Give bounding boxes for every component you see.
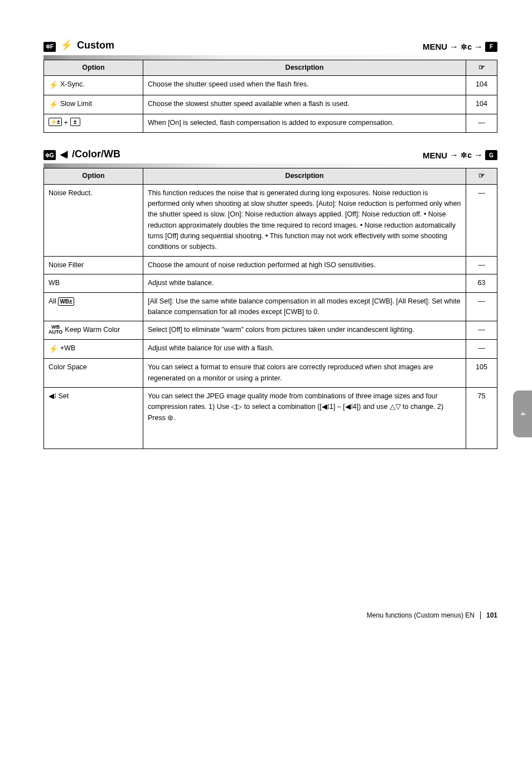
- page-ref: 63: [466, 274, 497, 292]
- option-desc: You can select the JPEG image quality mo…: [143, 388, 466, 449]
- wb-comp-icon: WB±: [58, 297, 74, 306]
- flash-comp-icon: ⚡±: [49, 118, 62, 126]
- option-desc: [All Set]: Use the same white balance co…: [143, 292, 466, 321]
- flash-icon: ⚡: [49, 343, 58, 355]
- option-desc: Adjust white balance for use with a flas…: [143, 339, 466, 359]
- tab-g-icon: ✲G: [43, 150, 56, 160]
- flash-icon: ⚡: [49, 99, 58, 111]
- page-ref: 75: [466, 388, 497, 449]
- menu-path-g: MENU → ✲c → G: [423, 150, 497, 160]
- option-name: Color Space: [44, 359, 143, 388]
- option-desc: Choose the shutter speed used when the f…: [143, 75, 466, 95]
- table-row: ⚡+WB Adjust white balance for use with a…: [44, 339, 497, 359]
- option-desc: This function reduces the noise that is …: [143, 184, 466, 256]
- tab-g-icon-small: G: [485, 150, 497, 160]
- table-row: ◀⁞ Set You can select the JPEG image qua…: [44, 388, 497, 449]
- table-row: Noise Reduct. This function reduces the …: [44, 184, 497, 256]
- option-name: WB: [44, 274, 143, 292]
- page-ref: —: [466, 292, 497, 321]
- arrow-icon: →: [474, 42, 483, 52]
- page-ref: —: [466, 114, 497, 132]
- table-row: ⚡Slow Limit Choose the slowest shutter s…: [44, 95, 497, 114]
- option-name: X-Sync.: [60, 79, 85, 90]
- col-ref: ☞: [466, 168, 497, 184]
- table-row: Noise Filter Choose the amount of noise …: [44, 256, 497, 274]
- flash-icon: ⚡: [49, 79, 58, 91]
- section-g-title: /Color/WB: [72, 148, 120, 160]
- arrow-icon: →: [449, 150, 458, 160]
- col-description: Description: [143, 60, 466, 75]
- page-ref: 104: [466, 75, 497, 95]
- section-g-table: Option Description ☞ Noise Reduct. This …: [43, 168, 497, 449]
- table-row: Color Space You can select a format to e…: [44, 359, 497, 388]
- page-ref: —: [466, 321, 497, 339]
- col-ref: ☞: [466, 60, 497, 75]
- option-desc: You can select a format to ensure that c…: [143, 359, 466, 388]
- option-desc: When [On] is selected, flash compensatio…: [143, 114, 466, 132]
- option-name: All: [49, 297, 58, 305]
- flash-icon: ⚡: [60, 39, 72, 51]
- page-ref: 104: [466, 95, 497, 114]
- tab-f-icon-small: F: [485, 42, 497, 52]
- gear-icon: ✲c: [461, 151, 472, 160]
- option-name: ◀⁞ Set: [44, 388, 143, 449]
- arrow-icon: →: [449, 42, 458, 52]
- page-ref: —: [466, 339, 497, 359]
- col-description: Description: [143, 168, 466, 184]
- option-desc: Choose the slowest shutter speed availab…: [143, 95, 466, 114]
- chapter-tab: 4: [513, 390, 532, 437]
- option-desc: Select [Off] to eliminate "warm" colors …: [143, 321, 466, 339]
- option-name: Noise Filter: [44, 256, 143, 274]
- option-desc: Choose the amount of noise reduction per…: [143, 256, 466, 274]
- section-f-table: Option Description ☞ ⚡X-Sync. Choose the…: [43, 60, 497, 133]
- option-name: Slow Limit: [60, 99, 92, 109]
- table-row: ⚡X-Sync. Choose the shutter speed used w…: [44, 75, 497, 95]
- table-row: WBAUTO Keep Warm Color Select [Off] to e…: [44, 321, 497, 339]
- section-divider: [43, 163, 497, 168]
- table-row: ⚡± + ± When [On] is selected, flash comp…: [44, 114, 497, 132]
- section-divider: [43, 55, 497, 60]
- table-row: All WB± [All Set]: Use the same white ba…: [44, 292, 497, 321]
- menu-path-f: MENU → ✲c → F: [423, 42, 497, 52]
- wb-auto-icon: WBAUTO: [49, 325, 62, 335]
- page-ref: —: [466, 256, 497, 274]
- page-ref: 105: [466, 359, 497, 388]
- page-footer: Menu functions (Custom menus) EN 101: [0, 466, 532, 636]
- exposure-comp-icon: ±: [70, 118, 80, 126]
- option-name: Noise Reduct.: [44, 184, 143, 256]
- quality-icon: ◀⁞: [60, 149, 67, 160]
- table-row: WB Adjust white balance. 63: [44, 274, 497, 292]
- page-number: 101: [480, 611, 497, 619]
- option-name: Keep Warm Color: [65, 325, 120, 335]
- option-name: +WB: [60, 343, 75, 354]
- option-desc: Adjust white balance.: [143, 274, 466, 292]
- col-option: Option: [44, 60, 143, 75]
- footer-label: Menu functions (Custom menus) EN: [367, 611, 475, 619]
- page-ref: —: [466, 184, 497, 256]
- tab-f-icon: ✲F: [43, 42, 56, 52]
- col-option: Option: [44, 168, 143, 184]
- arrow-icon: →: [474, 150, 483, 160]
- gear-icon: ✲c: [461, 42, 472, 51]
- section-f-title: Custom: [77, 40, 114, 51]
